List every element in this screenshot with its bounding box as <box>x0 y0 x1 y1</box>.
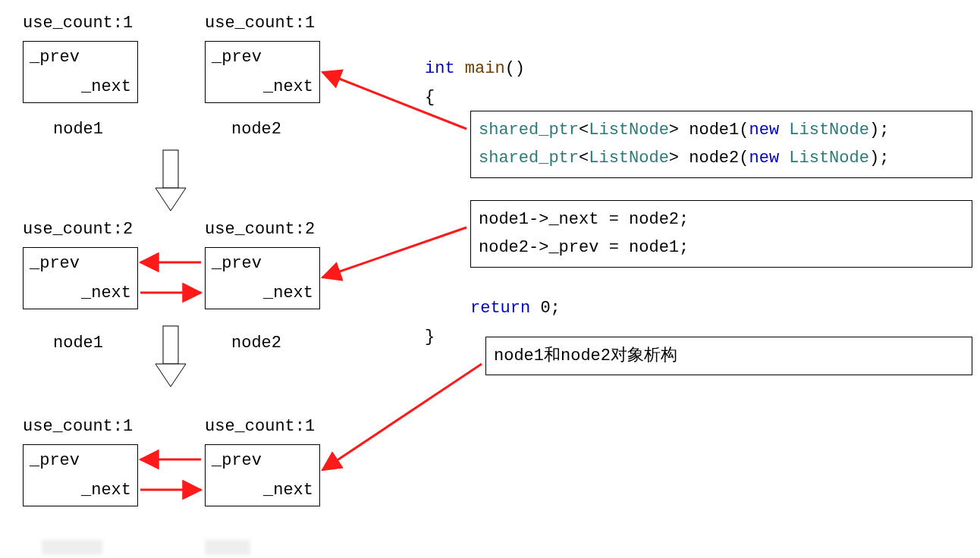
down-arrow-1 <box>155 150 186 211</box>
down-arrow-2 <box>155 326 186 387</box>
arrow-destruct-to-s3n2 <box>322 364 482 470</box>
prev-label: _prev <box>212 451 262 470</box>
prev-label: _prev <box>30 451 80 470</box>
uc-label-s3-n2: use_count:1 <box>205 417 315 436</box>
nodebox-s3-n1: _prev _next <box>23 444 138 506</box>
nodebox-s1-n1: _prev _next <box>23 41 138 103</box>
svg-rect-0 <box>163 150 178 188</box>
nodebox-s2-n2: _prev _next <box>205 247 320 309</box>
cropped-label <box>42 540 102 555</box>
nodebox-s1-n2: _prev _next <box>205 41 320 103</box>
prev-label: _prev <box>212 254 262 273</box>
nodebox-s3-n2: _prev _next <box>205 444 320 506</box>
next-label: _next <box>263 284 313 303</box>
parens: () <box>505 59 525 78</box>
code-return: return 0; <box>470 299 561 318</box>
codebox-assign: node1->_next = node2; node2->_prev = nod… <box>470 200 972 268</box>
arrow-init-to-s1n2 <box>322 72 466 129</box>
code-line-assign-prev: node2->_prev = node1; <box>479 234 964 262</box>
node-label-s2-n1: node1 <box>53 334 103 353</box>
code-line-node1-init: shared_ptr<ListNode> node1(new ListNode)… <box>479 116 964 144</box>
fn-main: main <box>465 59 505 78</box>
lbrace: { <box>425 88 435 107</box>
arrow-assign-to-s2n2 <box>322 227 466 277</box>
code-main-sig: int main() <box>425 59 525 78</box>
prev-label: _prev <box>212 48 262 67</box>
next-label: _next <box>81 481 131 500</box>
node-label-s1-n1: node1 <box>53 120 103 139</box>
next-label: _next <box>263 481 313 500</box>
code-line-assign-next: node1->_next = node2; <box>479 205 964 234</box>
uc-label-s1-n2: use_count:1 <box>205 14 315 33</box>
kw-int: int <box>425 59 455 78</box>
rbrace: } <box>425 328 435 346</box>
node-label-s1-n2: node2 <box>231 120 281 139</box>
next-label: _next <box>263 77 313 96</box>
nodebox-s2-n1: _prev _next <box>23 247 138 309</box>
node-label-s2-n2: node2 <box>231 334 281 353</box>
uc-label-s1-n1: use_count:1 <box>23 14 133 33</box>
svg-rect-1 <box>163 326 178 364</box>
prev-label: _prev <box>30 254 80 273</box>
codebox-init: shared_ptr<ListNode> node1(new ListNode)… <box>470 111 972 178</box>
next-label: _next <box>81 77 131 96</box>
uc-label-s2-n1: use_count:2 <box>23 220 133 239</box>
codebox-destruct: node1和node2对象析构 <box>485 337 972 375</box>
uc-label-s2-n2: use_count:2 <box>205 220 315 239</box>
uc-label-s3-n1: use_count:1 <box>23 417 133 436</box>
next-label: _next <box>81 284 131 303</box>
prev-label: _prev <box>30 48 80 67</box>
destruct-note: node1和node2对象析构 <box>494 342 964 370</box>
code-line-node2-init: shared_ptr<ListNode> node2(new ListNode)… <box>479 144 964 172</box>
arrow-overlay <box>0 0 980 558</box>
cropped-label <box>205 540 250 555</box>
